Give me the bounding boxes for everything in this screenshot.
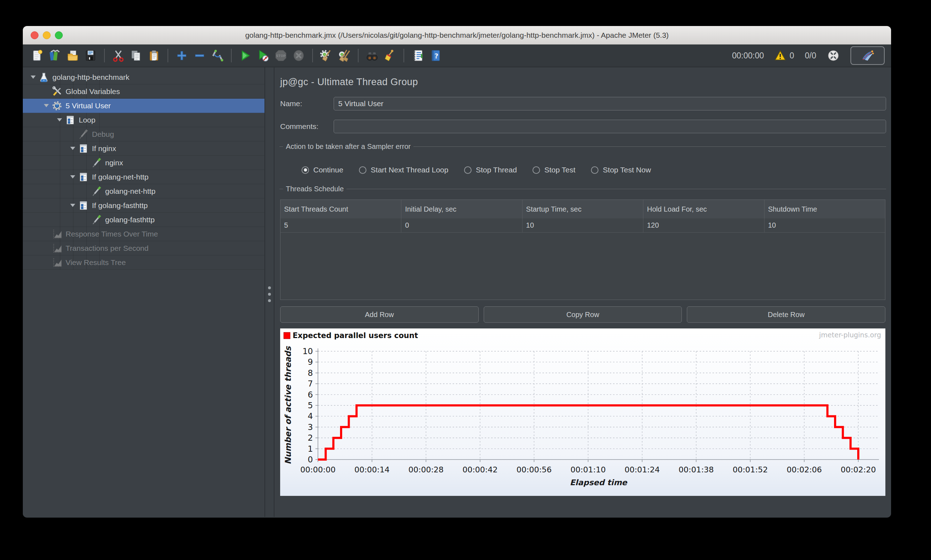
delete-row-button[interactable]: Delete Row xyxy=(687,306,885,323)
controller-icon xyxy=(65,115,76,125)
radio-stop-test-now[interactable]: Stop Test Now xyxy=(591,166,651,174)
tree-item-transactions-per-second[interactable]: Transactions per Second xyxy=(23,241,265,255)
tree-item-if-golang-net-http[interactable]: If golang-net-http xyxy=(23,170,265,184)
radio-continue[interactable]: Continue xyxy=(302,166,343,174)
radio-icon xyxy=(302,166,309,174)
svg-text:00:00:42: 00:00:42 xyxy=(462,465,498,474)
svg-text:00:00:56: 00:00:56 xyxy=(516,465,552,474)
start-no-timers-button[interactable] xyxy=(255,47,271,64)
panel-splitter[interactable] xyxy=(265,67,274,517)
table-empty-area xyxy=(281,232,885,300)
tree-item-golang-net-http[interactable]: golang-net-http xyxy=(23,184,265,198)
chevron-down-icon[interactable] xyxy=(54,118,65,122)
comments-label: Comments: xyxy=(279,122,334,131)
jmeter-logo-icon xyxy=(860,49,875,62)
radio-stop-thread[interactable]: Stop Thread xyxy=(464,166,517,174)
column-header[interactable]: Shutdown Time xyxy=(765,200,885,218)
clear-button[interactable] xyxy=(319,47,334,64)
page-title: jp@gc - Ultimate Thread Group xyxy=(280,77,886,88)
search-reset-button[interactable] xyxy=(382,47,398,64)
copy-row-button[interactable]: Copy Row xyxy=(484,306,682,323)
laf-icon xyxy=(827,49,840,62)
toggle-reset-button[interactable] xyxy=(210,47,225,64)
tree-item-debug[interactable]: Debug xyxy=(23,127,265,142)
table-cell[interactable]: 120 xyxy=(643,218,764,232)
chevron-down-icon[interactable] xyxy=(67,175,78,178)
test-plan-tree: golang-http-benchmark Global Variables 5… xyxy=(23,67,265,517)
tree-item-label: Loop xyxy=(79,116,96,124)
table-cell[interactable]: 10 xyxy=(765,218,885,232)
svg-text:5: 5 xyxy=(308,401,313,410)
column-header[interactable]: Initial Delay, sec xyxy=(401,200,522,218)
search-button[interactable] xyxy=(364,47,380,64)
cut-button[interactable] xyxy=(111,47,126,64)
paste-button[interactable] xyxy=(146,47,162,64)
column-header[interactable]: Start Threads Count xyxy=(281,200,401,218)
templates-button[interactable] xyxy=(47,47,63,64)
table-cell[interactable]: 10 xyxy=(523,218,643,232)
tree-item-nginx[interactable]: nginx xyxy=(23,156,265,170)
radio-icon xyxy=(464,166,472,174)
open-file-button[interactable] xyxy=(65,47,80,64)
tree-item-test-plan[interactable]: golang-http-benchmark xyxy=(23,70,265,85)
radio-stop-test[interactable]: Stop Test xyxy=(532,166,575,174)
table-cell[interactable]: 0 xyxy=(401,218,522,232)
svg-text:Expected parallel users count: Expected parallel users count xyxy=(293,331,418,340)
tree-item-view-results-tree[interactable]: View Results Tree xyxy=(23,255,265,270)
fieldset-line xyxy=(279,189,283,189)
tree-item-if-nginx[interactable]: If nginx xyxy=(23,142,265,156)
function-helper-button[interactable] xyxy=(410,47,425,64)
clear-icon xyxy=(320,49,333,62)
tree-item-thread-group[interactable]: 5 Virtual User xyxy=(23,98,265,113)
name-input[interactable] xyxy=(334,97,886,111)
chevron-down-icon[interactable] xyxy=(28,75,39,79)
tree-item-if-golang-fasthttp[interactable]: If golang-fasthttp xyxy=(23,198,265,213)
svg-text:00:00:28: 00:00:28 xyxy=(408,465,444,474)
laf-indicator xyxy=(827,49,840,62)
save-button[interactable] xyxy=(83,47,99,64)
chart-canvas: 01234567891000:00:0000:00:1400:00:2800:0… xyxy=(280,328,885,496)
radio-start-next-thread-loop[interactable]: Start Next Thread Loop xyxy=(359,166,449,174)
help-button[interactable] xyxy=(428,47,443,64)
warning-icon xyxy=(775,50,786,61)
svg-text:2: 2 xyxy=(308,433,313,442)
tree-item-global-variables[interactable]: Global Variables xyxy=(23,85,265,98)
controller-icon xyxy=(78,172,89,182)
reset-gui-icon xyxy=(211,49,224,62)
tree-item-label: Global Variables xyxy=(66,87,120,96)
sampler-icon xyxy=(91,214,102,225)
tree-item-label: If nginx xyxy=(92,144,116,153)
controller-icon xyxy=(78,200,89,211)
column-header[interactable]: Startup Time, sec xyxy=(523,200,643,218)
toolbar-separator xyxy=(168,49,168,62)
tree-item-golang-fasthttp[interactable]: golang-fasthttp xyxy=(23,213,265,227)
svg-text:9: 9 xyxy=(308,357,313,366)
threads-schedule-group: Threads Schedule Start Threads Count Ini… xyxy=(279,185,886,300)
log-errors-indicator[interactable]: 0 xyxy=(775,50,794,61)
comments-input[interactable] xyxy=(334,120,886,133)
svg-text:6: 6 xyxy=(308,390,313,399)
clear-all-button[interactable] xyxy=(336,47,352,64)
listener-icon xyxy=(52,243,62,254)
svg-text:00:00:00: 00:00:00 xyxy=(301,465,336,474)
expand-add-button[interactable] xyxy=(174,47,190,64)
open-file-icon xyxy=(66,49,79,62)
chevron-down-icon[interactable] xyxy=(67,204,78,207)
column-header[interactable]: Hold Load For, sec xyxy=(643,200,764,218)
listener-icon xyxy=(52,257,62,268)
svg-text:0: 0 xyxy=(308,455,313,464)
svg-text:00:02:20: 00:02:20 xyxy=(841,465,876,474)
chevron-down-icon[interactable] xyxy=(67,147,78,150)
tree-item-label: golang-net-http xyxy=(105,187,156,195)
start-button[interactable] xyxy=(237,47,253,64)
tree-item-response-times[interactable]: Response Times Over Time xyxy=(23,227,265,241)
table-cell[interactable]: 5 xyxy=(281,218,401,232)
add-row-button[interactable]: Add Row xyxy=(280,306,479,323)
chevron-down-icon[interactable] xyxy=(41,104,52,107)
tree-item-loop[interactable]: Loop xyxy=(23,113,265,127)
collapse-remove-button[interactable] xyxy=(192,47,207,64)
thread-group-editor: jp@gc - Ultimate Thread Group Name: Comm… xyxy=(274,67,891,517)
jmeter-logo-button[interactable] xyxy=(851,46,885,65)
new-file-button[interactable] xyxy=(29,47,45,64)
copy-button[interactable] xyxy=(128,47,144,64)
